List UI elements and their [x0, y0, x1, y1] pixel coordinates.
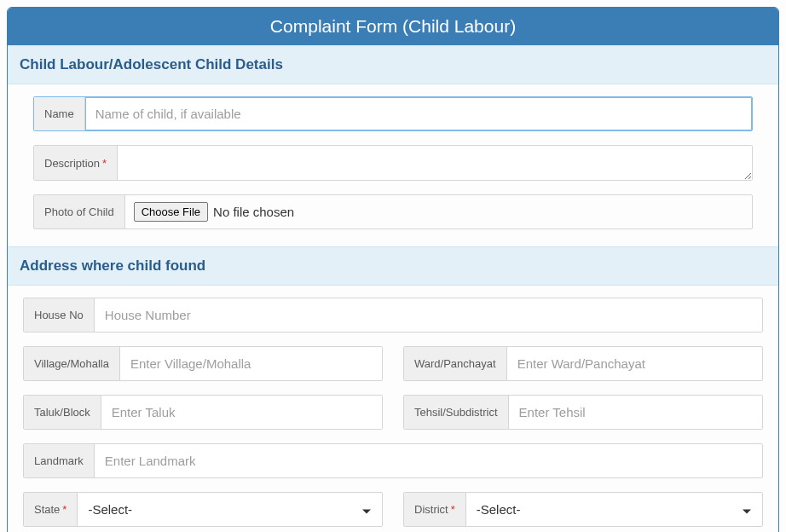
taluk-input[interactable] — [101, 396, 382, 429]
district-select[interactable]: -Select- — [466, 494, 762, 525]
description-input[interactable] — [118, 146, 752, 180]
landmark-field: Landmark — [23, 443, 763, 478]
taluk-field: Taluk/Block — [23, 395, 383, 430]
district-label: District* — [404, 493, 466, 526]
house-input[interactable] — [95, 298, 762, 332]
name-input[interactable] — [85, 97, 752, 130]
district-field: District* -Select- — [403, 492, 763, 527]
state-field: State* -Select- — [23, 492, 383, 527]
name-label: Name — [34, 97, 85, 130]
house-label: House No — [24, 298, 95, 332]
district-label-text: District — [414, 503, 448, 516]
ward-label: Ward/Panchayat — [404, 347, 507, 380]
photo-field: Photo of Child Choose File No file chose… — [33, 194, 753, 229]
taluk-label: Taluk/Block — [24, 396, 101, 429]
form-title: Complaint Form (Child Labour) — [8, 8, 778, 45]
complaint-form: Complaint Form (Child Labour) Child Labo… — [7, 7, 779, 532]
state-label: State* — [24, 493, 78, 526]
description-label-text: Description — [44, 157, 100, 170]
tehsil-field: Tehsil/Subdistrict — [403, 395, 763, 430]
description-field: Description* — [33, 145, 753, 181]
required-marker: * — [62, 503, 66, 516]
tehsil-label: Tehsil/Subdistrict — [404, 396, 509, 429]
ward-input[interactable] — [507, 347, 762, 380]
village-label: Village/Mohalla — [24, 347, 120, 380]
state-label-text: State — [34, 503, 60, 516]
state-select[interactable]: -Select- — [78, 494, 382, 525]
required-marker: * — [102, 157, 107, 170]
section-address-heading: Address where child found — [8, 247, 778, 286]
section-address: Address where child found House No Villa… — [8, 246, 778, 532]
description-label: Description* — [34, 146, 118, 180]
house-field: House No — [23, 298, 763, 332]
required-marker: * — [451, 503, 455, 516]
photo-label: Photo of Child — [34, 195, 125, 228]
landmark-label: Landmark — [24, 444, 95, 477]
file-status-text: No file chosen — [213, 205, 294, 219]
landmark-input[interactable] — [95, 444, 762, 477]
village-field: Village/Mohalla — [23, 346, 383, 381]
section-child-details: Child Labour/Adolescent Child Details Na… — [8, 45, 778, 246]
choose-file-button[interactable]: Choose File — [134, 202, 208, 222]
section-child-details-heading: Child Labour/Adolescent Child Details — [8, 46, 778, 84]
village-input[interactable] — [120, 347, 382, 380]
tehsil-input[interactable] — [509, 396, 762, 429]
name-field: Name — [33, 96, 753, 131]
ward-field: Ward/Panchayat — [403, 346, 763, 381]
